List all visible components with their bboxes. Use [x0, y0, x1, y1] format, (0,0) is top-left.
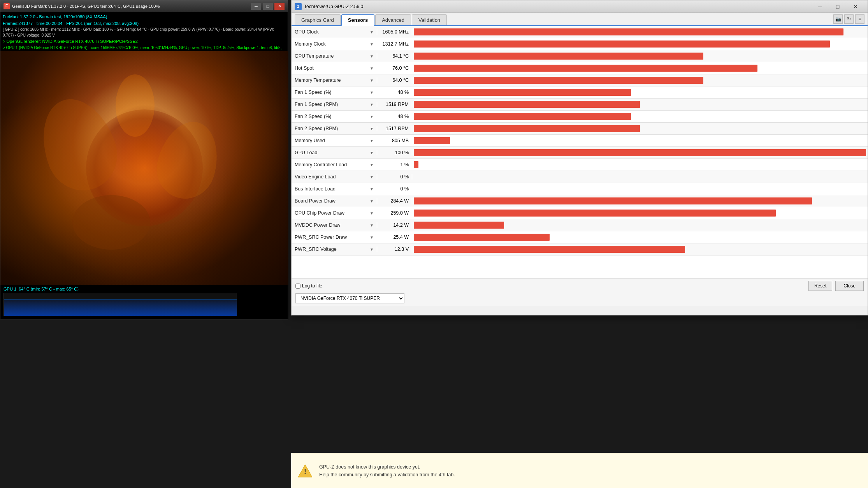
gpuz-app-icon: Z: [295, 3, 302, 10]
sensor-bar: [414, 113, 631, 120]
gpuz-window: Z TechPowerUp GPU-Z 2.56.0 ─ □ ✕ Graphic…: [291, 0, 868, 315]
log-checkbox-input[interactable]: [295, 284, 300, 289]
sensor-value-cell: 14.2 W: [377, 222, 412, 228]
sensor-name-cell: Video Engine Load▼: [292, 174, 377, 180]
sensor-dropdown-arrow[interactable]: ▼: [370, 247, 374, 252]
sensor-label: Memory Temperature: [295, 78, 341, 83]
sensor-bar-container: [412, 28, 868, 35]
tab-graphics-card[interactable]: Graphics Card: [295, 14, 341, 25]
gpuz-close-btn[interactable]: ✕: [847, 0, 864, 13]
sensor-dropdown-arrow[interactable]: ▼: [370, 90, 374, 95]
sensor-bar: [414, 149, 866, 156]
table-row: PWR_SRC Power Draw▼25.4 W: [292, 231, 868, 243]
sensor-label: Video Engine Load: [295, 174, 336, 180]
furmark-close-btn[interactable]: ✕: [274, 3, 285, 10]
sensor-value-cell: 1517 RPM: [377, 126, 412, 131]
reset-button[interactable]: Reset: [808, 281, 832, 291]
gpuz-sensors-content: GPU Clock▼1605.0 MHzMemory Clock▼1312.7 …: [292, 26, 868, 306]
furmark-minimize-btn[interactable]: ─: [251, 3, 261, 10]
svg-text:!: !: [304, 468, 306, 476]
sensor-dropdown-arrow[interactable]: ▼: [370, 199, 374, 203]
log-to-file-checkbox[interactable]: Log to file: [295, 283, 322, 289]
sensor-value-cell: 12.3 V: [377, 247, 412, 252]
sensor-bar-container: [412, 41, 868, 48]
sensor-name-cell: GPU Clock▼: [292, 29, 377, 35]
gpuz-minimize-btn[interactable]: ─: [811, 0, 829, 13]
table-row: Memory Temperature▼64.0 °C: [292, 74, 868, 86]
furmark-titlebar: F Geeks3D FurMark v1.37.2.0 - 201FPS, GP…: [0, 0, 288, 12]
sensor-dropdown-arrow[interactable]: ▼: [370, 66, 374, 70]
sensor-dropdown-arrow[interactable]: ▼: [370, 139, 374, 143]
sensor-value-cell: 25.4 W: [377, 234, 412, 240]
table-row: GPU Load▼100 %: [292, 147, 868, 159]
sensor-label: Fan 2 Speed (RPM): [295, 126, 338, 131]
menu-icon-btn[interactable]: ≡: [855, 14, 864, 24]
sensor-bar-container: [412, 89, 868, 96]
sensor-dropdown-arrow[interactable]: ▼: [370, 42, 374, 46]
gpu-selector[interactable]: NVIDIA GeForce RTX 4070 Ti SUPER: [295, 293, 404, 303]
sensor-bar-container: [412, 234, 868, 241]
sensor-bar: [414, 222, 504, 229]
refresh-icon-btn[interactable]: ↻: [844, 14, 854, 24]
sensor-bar-container: [412, 113, 868, 120]
sensor-label: PWR_SRC Power Draw: [295, 234, 347, 240]
table-row: Memory Clock▼1312.7 MHz: [292, 38, 868, 50]
camera-icon-btn[interactable]: 📷: [833, 14, 843, 24]
table-row: Hot Spot▼76.0 °C: [292, 62, 868, 74]
sensor-dropdown-arrow[interactable]: ▼: [370, 151, 374, 155]
table-row: GPU Clock▼1605.0 MHz: [292, 26, 868, 38]
sensor-dropdown-arrow[interactable]: ▼: [370, 163, 374, 167]
sensor-dropdown-arrow[interactable]: ▼: [370, 175, 374, 179]
sensor-label: Fan 1 Speed (%): [295, 90, 332, 95]
sensor-value-cell: 76.0 °C: [377, 65, 412, 71]
table-row: Fan 1 Speed (%)▼48 %: [292, 86, 868, 99]
sensor-dropdown-arrow[interactable]: ▼: [370, 54, 374, 58]
tab-advanced[interactable]: Advanced: [375, 14, 411, 25]
furmark-maximize-btn[interactable]: □: [263, 3, 273, 10]
sensor-dropdown-arrow[interactable]: ▼: [370, 211, 374, 215]
sensor-label: MVDDC Power Draw: [295, 222, 340, 228]
sensor-bar: [414, 210, 776, 217]
table-row: Fan 2 Speed (%)▼48 %: [292, 111, 868, 123]
sensor-name-cell: PWR_SRC Power Draw▼: [292, 234, 377, 240]
sensor-name-cell: Hot Spot▼: [292, 65, 377, 71]
furmark-icon: F: [4, 3, 10, 9]
sensor-dropdown-arrow[interactable]: ▼: [370, 127, 374, 131]
sensor-bar: [414, 89, 631, 96]
table-row: Board Power Draw▼284.4 W: [292, 195, 868, 207]
furmark-title: Geeks3D FurMark v1.37.2.0 - 201FPS, GPU1…: [12, 4, 160, 9]
furmark-line-1: FurMark 1.37.2.0 - Burn-in test, 1920x10…: [3, 14, 285, 20]
tab-validation[interactable]: Validation: [412, 14, 447, 25]
sensor-bar-container: [412, 101, 868, 108]
sensor-label: Memory Clock: [295, 41, 326, 47]
close-button[interactable]: Close: [835, 281, 864, 291]
sensor-bar: [414, 77, 703, 84]
sensor-dropdown-arrow[interactable]: ▼: [370, 223, 374, 227]
sensor-name-cell: Memory Controller Load▼: [292, 162, 377, 167]
sensor-bar: [414, 234, 550, 241]
sensor-label: Bus Interface Load: [295, 186, 336, 192]
gpuz-titlebar: Z TechPowerUp GPU-Z 2.56.0 ─ □ ✕: [292, 0, 868, 13]
sensor-value-cell: 64.0 °C: [377, 78, 412, 83]
sensor-bar-container: [412, 222, 868, 229]
sensor-label: GPU Temperature: [295, 53, 334, 59]
sensor-dropdown-arrow[interactable]: ▼: [370, 115, 374, 119]
sensor-label: GPU Clock: [295, 29, 319, 35]
sensor-dropdown-arrow[interactable]: ▼: [370, 78, 374, 83]
sensor-name-cell: Fan 1 Speed (%)▼: [292, 90, 377, 95]
gpuz-maximize-btn[interactable]: □: [829, 0, 847, 13]
sensor-bar: [414, 246, 685, 253]
furmark-line-3: [ GPU-Z ] core: 1605 MHz - mem: 1312 MHz…: [3, 26, 285, 38]
sensor-bar-container: [412, 53, 868, 60]
sensor-dropdown-arrow[interactable]: ▼: [370, 187, 374, 191]
sensor-dropdown-arrow[interactable]: ▼: [370, 102, 374, 107]
sensor-dropdown-arrow[interactable]: ▼: [370, 30, 374, 34]
sensor-dropdown-arrow[interactable]: ▼: [370, 235, 374, 240]
sensor-name-cell: Fan 2 Speed (RPM)▼: [292, 126, 377, 131]
sensor-value-cell: 48 %: [377, 90, 412, 95]
sensor-name-cell: GPU Chip Power Draw▼: [292, 210, 377, 216]
gpuz-tab-bar: Graphics Card Sensors Advanced Validatio…: [292, 13, 868, 26]
sensors-table: GPU Clock▼1605.0 MHzMemory Clock▼1312.7 …: [292, 26, 868, 278]
sensor-bar-container: [412, 125, 868, 132]
tab-sensors[interactable]: Sensors: [341, 14, 374, 26]
